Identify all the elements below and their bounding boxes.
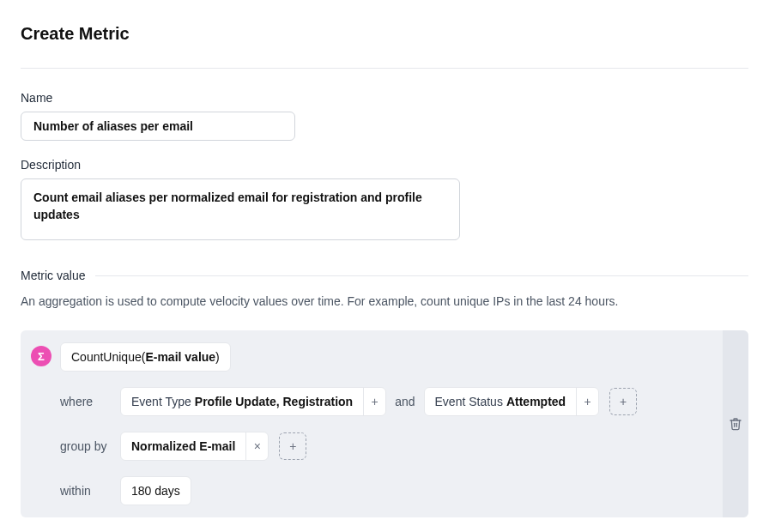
where-condition-0-add-button[interactable]: + (363, 388, 385, 415)
name-field-group: Name (21, 91, 748, 141)
name-label: Name (21, 91, 748, 105)
where-value-1: Attempted (506, 395, 566, 408)
metric-value-label: Metric value (21, 269, 95, 282)
description-field-group: Description (21, 158, 748, 243)
group-by-chip-0[interactable]: Normalized E-mail × (120, 432, 269, 461)
add-group-by-button[interactable]: + (279, 432, 306, 460)
metric-body: Σ CountUnique(E-mail value) where Event … (21, 330, 723, 517)
sigma-icon: Σ (31, 346, 51, 366)
aggregation-func: CountUnique (71, 350, 142, 364)
add-where-condition-button[interactable]: + (609, 388, 637, 415)
group-by-item-0: Normalized E-mail (131, 439, 235, 453)
where-condition-chip-0[interactable]: Event Type Profile Update, Registration … (120, 387, 386, 416)
name-input[interactable] (21, 112, 295, 141)
where-attr-0: Event Type (131, 395, 191, 408)
title-divider (21, 68, 748, 69)
description-label: Description (21, 158, 748, 172)
aggregation-field: E-mail value (145, 350, 215, 364)
trash-icon (729, 417, 742, 431)
delete-metric-button[interactable] (723, 330, 748, 517)
metric-value-helper-text: An aggregation is used to compute veloci… (21, 294, 748, 308)
group-by-remove-0-button[interactable]: × (245, 432, 268, 460)
metric-panel: Σ CountUnique(E-mail value) where Event … (21, 330, 748, 517)
where-condition-1-add-button[interactable]: + (576, 388, 598, 415)
within-clause-row: within 180 days (60, 476, 711, 505)
where-value-0: Profile Update, Registration (195, 395, 353, 408)
within-value-chip[interactable]: 180 days (120, 476, 191, 505)
where-label: where (60, 395, 120, 408)
group-by-label: group by (60, 439, 120, 453)
description-textarea[interactable] (21, 178, 460, 240)
where-attr-1: Event Status (435, 395, 503, 408)
where-clause-row: where Event Type Profile Update, Registr… (60, 387, 711, 416)
group-by-clause-row: group by Normalized E-mail × + (60, 432, 711, 461)
aggregation-chip[interactable]: CountUnique(E-mail value) (60, 342, 231, 372)
within-label: within (60, 484, 120, 498)
where-condition-chip-1[interactable]: Event Status Attempted + (424, 387, 600, 416)
and-operator: and (395, 395, 415, 408)
page-title: Create Metric (21, 24, 748, 44)
section-divider (95, 275, 748, 276)
metric-value-section-header: Metric value (21, 269, 748, 282)
